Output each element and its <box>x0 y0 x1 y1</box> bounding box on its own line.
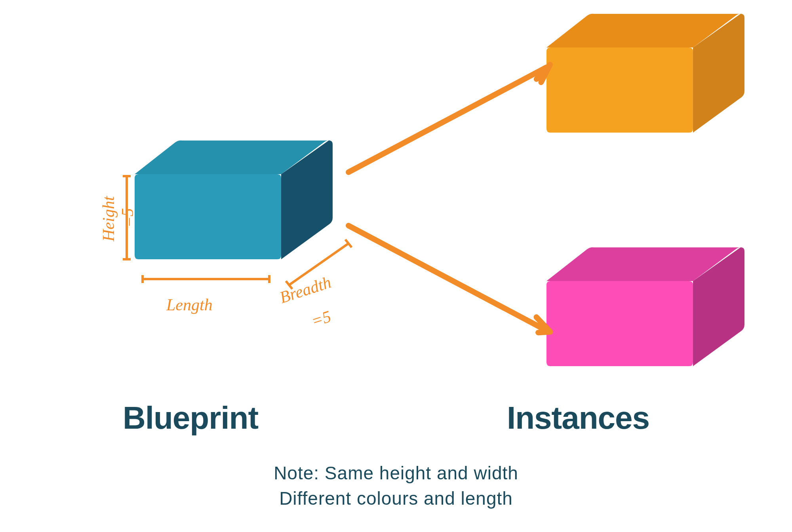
diagram-canvas: Height =5 Length Breadth =5 Blueprint In… <box>0 0 792 532</box>
length-bracket <box>141 273 271 285</box>
instances-title: Instances <box>507 400 649 436</box>
svg-line-1 <box>348 226 546 331</box>
arrow-to-instance-2 <box>345 220 566 342</box>
instance-pink-cuboid <box>543 245 772 388</box>
height-label: Height <box>99 196 118 241</box>
blueprint-title: Blueprint <box>123 400 258 436</box>
instance-orange-cuboid <box>543 12 772 154</box>
note-line-2: Different colours and length <box>0 488 792 509</box>
note-line-1: Note: Same height and width <box>0 462 792 484</box>
arrow-to-instance-1 <box>345 55 566 178</box>
breadth-value: =5 <box>309 307 333 331</box>
length-label: Length <box>166 295 213 314</box>
svg-line-0 <box>348 67 546 172</box>
height-value: =5 <box>118 208 137 228</box>
